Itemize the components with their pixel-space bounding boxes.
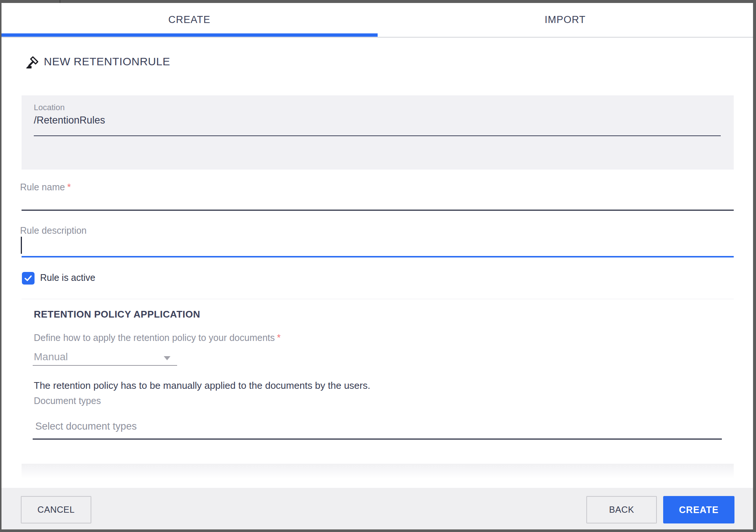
tab-create-label: CREATE bbox=[168, 14, 211, 26]
rule-active-label: Rule is active bbox=[40, 272, 95, 283]
dialog-footer: CANCEL BACK CREATE bbox=[1, 488, 753, 529]
location-field-card: Location /RetentionRules bbox=[22, 95, 734, 170]
tab-import[interactable]: IMPORT bbox=[377, 3, 753, 37]
rule-description-label: Rule description bbox=[20, 225, 87, 236]
gavel-icon bbox=[25, 54, 41, 70]
section-title: RETENTION POLICY APPLICATION bbox=[34, 309, 200, 320]
create-button[interactable]: CREATE bbox=[663, 496, 734, 523]
modal-overlay-background: CREATE IMPORT NEW RETENTIONRULE Location… bbox=[0, 0, 756, 532]
rule-name-input[interactable] bbox=[22, 192, 734, 211]
dropdown-arrow-icon bbox=[164, 356, 170, 360]
new-retention-rule-dialog: CREATE IMPORT NEW RETENTIONRULE Location… bbox=[1, 3, 753, 529]
required-asterisk: * bbox=[65, 182, 71, 192]
text-cursor bbox=[21, 237, 22, 254]
location-input[interactable]: /RetentionRules bbox=[34, 115, 105, 126]
location-label: Location bbox=[34, 103, 65, 112]
location-underline bbox=[34, 135, 721, 136]
checkmark-icon bbox=[23, 273, 33, 283]
rule-name-underline bbox=[22, 210, 734, 211]
apply-method-label: Define how to apply the retention policy… bbox=[34, 332, 281, 343]
rule-description-input[interactable] bbox=[22, 237, 734, 256]
rule-name-label: Rule name* bbox=[20, 182, 71, 193]
active-tab-indicator bbox=[1, 33, 378, 37]
apply-method-select[interactable]: Manual bbox=[34, 351, 68, 363]
scroll-shadow-band bbox=[22, 464, 734, 479]
document-types-underline bbox=[33, 439, 722, 440]
tab-import-label: IMPORT bbox=[545, 14, 586, 26]
page-title: NEW RETENTIONRULE bbox=[44, 53, 170, 70]
overlay-notch bbox=[59, 0, 61, 3]
rule-active-checkbox[interactable] bbox=[22, 272, 35, 285]
required-asterisk: * bbox=[275, 332, 281, 343]
document-types-input[interactable]: Select document types bbox=[35, 421, 137, 432]
tab-create[interactable]: CREATE bbox=[1, 3, 377, 37]
rule-description-focus-underline bbox=[22, 256, 734, 257]
document-types-label: Document types bbox=[34, 395, 101, 406]
apply-method-helper: The retention policy has to be manually … bbox=[34, 380, 370, 391]
apply-method-underline bbox=[33, 365, 177, 366]
cancel-button[interactable]: CANCEL bbox=[21, 496, 91, 523]
divider bbox=[22, 299, 734, 299]
tab-bar: CREATE IMPORT bbox=[1, 3, 753, 38]
back-button[interactable]: BACK bbox=[586, 496, 657, 523]
